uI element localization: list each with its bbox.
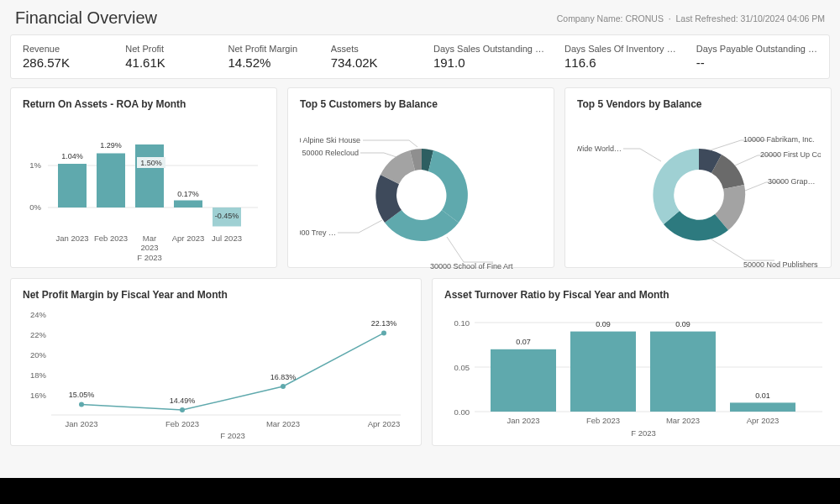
bar-feb[interactable] — [97, 154, 125, 208]
bar-label: 1.04% — [61, 152, 83, 160]
card-npm[interactable]: Net Profit Margin by Fiscal Year and Mon… — [10, 278, 422, 446]
point-feb[interactable] — [180, 407, 185, 412]
bar-jan[interactable] — [491, 349, 556, 412]
kpi-value: 191.0 — [433, 55, 544, 70]
npm-line[interactable] — [81, 333, 384, 410]
card-top-customers[interactable]: Top 5 Customers by Balance 40000 Alpine … — [287, 87, 554, 268]
npm-chart: 24% 22% 20% 18% 16% 15.05% 14.49% 16.83%… — [23, 306, 409, 444]
kpi-dpo[interactable]: Days Payable Outstanding … -- — [696, 44, 817, 70]
row-bottom-charts: Net Profit Margin by Fiscal Year and Mon… — [10, 278, 830, 446]
xtick: Jan 2023 — [65, 419, 97, 428]
kpi-label: Assets — [331, 44, 413, 54]
slice-label: 40000 Alpine Ski House — [300, 136, 360, 144]
fy-label: F 2023 — [137, 253, 162, 262]
refreshed-value: 31/10/2024 04:06 PM — [741, 13, 825, 24]
ytick: 20% — [30, 350, 47, 360]
kpi-value: 286.57K — [23, 55, 105, 70]
xtick: Jul 2023 — [212, 234, 242, 243]
bar-label: 1.29% — [100, 141, 122, 150]
kpi-dso[interactable]: Days Sales Outstanding … 191.0 — [433, 44, 544, 70]
slice-school2[interactable] — [385, 210, 459, 241]
fy-label: F 2023 — [631, 428, 656, 438]
kpi-label: Days Sales Outstanding … — [433, 44, 544, 54]
xtick: Jan 2023 — [507, 416, 539, 425]
ytick: 0.00 — [454, 407, 470, 417]
slice-label: 40000 Wide World… — [577, 144, 622, 153]
kpi-dsi[interactable]: Days Sales Of Inventory … 116.6 — [564, 44, 676, 70]
bar-apr[interactable] — [174, 201, 202, 208]
slice-label: 50000 Relecloud — [302, 149, 359, 157]
kpi-value: 14.52% — [228, 55, 310, 70]
dashboard-page: Financial Overview Company Name: CRONUS … — [0, 0, 840, 504]
xtick: Feb 2023 — [586, 416, 620, 425]
page-title: Financial Overview — [15, 8, 157, 28]
bar-label: 0.01 — [755, 391, 770, 400]
bar-label: 0.09 — [596, 320, 611, 328]
card-atr[interactable]: Asset Turnover Ratio by Fiscal Year and … — [432, 278, 840, 446]
fy-label: F 2023 — [220, 431, 245, 440]
card-title: Asset Turnover Ratio by Fiscal Year and … — [444, 289, 831, 301]
company-name: CRONUS — [625, 13, 664, 24]
bar-jan[interactable] — [58, 164, 87, 207]
roa-chart: 1% 0% 1.04% 1.29% 1.50% 0.17% -0.45% Jan… — [23, 115, 266, 266]
kpi-revenue[interactable]: Revenue 286.57K — [23, 44, 105, 70]
point-jan[interactable] — [79, 402, 84, 407]
card-title: Top 5 Customers by Balance — [300, 98, 542, 110]
vendors-donut: 40000 Wide World… 10000 Fabrikam, Inc. 2… — [577, 115, 821, 270]
kpi-label: Net Profit — [125, 44, 207, 54]
bar-label: 1.50% — [140, 159, 162, 167]
xtick: 2023 — [140, 243, 158, 252]
slice-label: 30000 Grap… — [768, 177, 816, 186]
pt-label: 14.49% — [170, 396, 196, 405]
point-apr[interactable] — [381, 330, 386, 335]
kpi-row: Revenue 286.57K Net Profit 41.61K Net Pr… — [10, 34, 830, 79]
kpi-net-profit[interactable]: Net Profit 41.61K — [125, 44, 207, 70]
bar-feb[interactable] — [570, 332, 636, 412]
xtick: Mar 2023 — [266, 419, 300, 428]
bar-label: 0.09 — [675, 320, 690, 328]
company-label: Company Name: — [557, 13, 623, 24]
atr-chart: 0.10 0.05 0.00 0.07 0.09 0.09 0.01 Jan 2… — [444, 306, 831, 444]
kpi-value: 734.02K — [331, 55, 413, 70]
card-title: Top 5 Vendors by Balance — [577, 98, 819, 110]
pt-label: 22.13% — [371, 319, 397, 328]
page-header: Financial Overview Company Name: CRONUS … — [0, 0, 840, 34]
slice-label: 50000 Nod Publishers — [743, 260, 818, 269]
xtick: Feb 2023 — [165, 419, 199, 428]
kpi-assets[interactable]: Assets 734.02K — [331, 44, 413, 70]
card-title: Return On Assets - ROA by Month — [23, 98, 265, 110]
customers-donut: 40000 Alpine Ski House 50000 Relecloud 2… — [300, 115, 543, 270]
kpi-label: Days Payable Outstanding … — [696, 44, 817, 54]
row-top-charts: Return On Assets - ROA by Month 1% 0% 1.… — [10, 87, 830, 268]
ytick: 18% — [30, 370, 47, 380]
card-title: Net Profit Margin by Fiscal Year and Mon… — [23, 289, 409, 301]
xtick: Apr 2023 — [747, 416, 780, 425]
xtick: Mar — [143, 234, 156, 243]
kpi-net-profit-margin[interactable]: Net Profit Margin 14.52% — [228, 44, 310, 70]
pt-label: 15.05% — [69, 391, 95, 399]
ytick: 0% — [29, 202, 41, 212]
bar-mar[interactable] — [650, 332, 716, 412]
slice-school[interactable] — [428, 150, 468, 223]
card-roa[interactable]: Return On Assets - ROA by Month 1% 0% 1.… — [10, 87, 277, 268]
bar-label: -0.45% — [215, 212, 239, 220]
slice-label: 30000 School of Fine Art — [430, 262, 513, 270]
slice-label: 20000 Trey … — [300, 228, 336, 237]
xtick: Feb 2023 — [94, 234, 128, 243]
ytick: 0.05 — [454, 363, 470, 372]
xtick: Mar 2023 — [666, 416, 700, 425]
bar-label: 0.17% — [177, 190, 199, 198]
bar-apr[interactable] — [730, 402, 795, 412]
bar-label: 0.07 — [516, 338, 531, 346]
xtick: Apr 2023 — [172, 234, 205, 243]
kpi-value: -- — [696, 55, 817, 70]
slice-wideworld[interactable] — [653, 149, 699, 224]
card-top-vendors[interactable]: Top 5 Vendors by Balance 40000 Wide Worl… — [564, 87, 832, 268]
point-mar[interactable] — [281, 384, 286, 389]
bar-mar[interactable] — [135, 144, 164, 207]
ytick: 16% — [30, 391, 47, 400]
pt-label: 16.83% — [270, 373, 297, 381]
ytick: 22% — [30, 330, 47, 339]
kpi-value: 116.6 — [564, 55, 676, 70]
slice-label: 10000 Fabrikam, Inc. — [743, 135, 815, 144]
